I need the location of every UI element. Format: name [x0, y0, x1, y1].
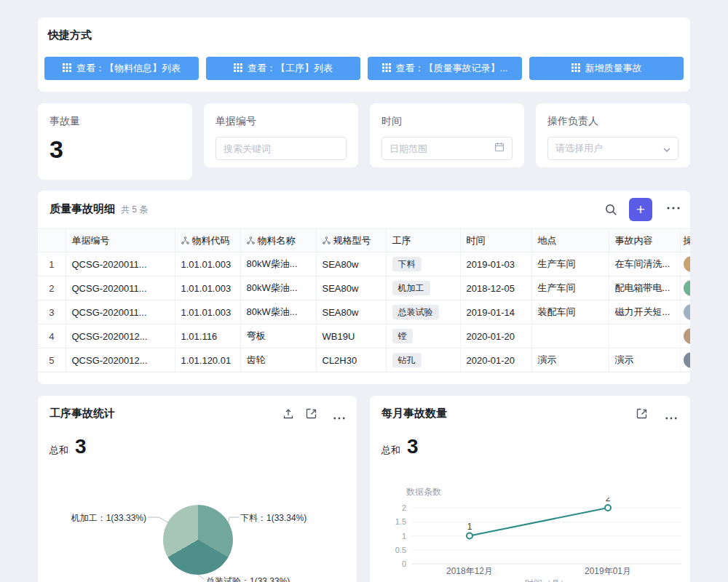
quality-accident-table: 单据编号 物料代码 物料名称 规格型号 工序 时间 地点 事故内容 操作 1 Q… — [38, 228, 690, 372]
table-row[interactable]: 2 QCSG-2020011... 1.01.01.003 80kW柴油... … — [38, 276, 690, 300]
cell-place: 装配车间 — [531, 300, 609, 324]
cell-process: 机加工 — [386, 276, 460, 300]
cell-place — [531, 324, 609, 348]
date-range-field[interactable] — [389, 143, 490, 154]
view-material-info-list-button[interactable]: 查看：【物料信息】列表 — [44, 57, 199, 80]
table-title: 质量事故明细共 5 条 — [50, 202, 148, 216]
cell-doc: QCSG-2020011... — [66, 276, 175, 300]
cell-content: 磁力开关短... — [609, 300, 680, 324]
line-chart: 00.511.5212018年12月22019年01月时间（月） — [370, 498, 690, 582]
svg-text:时间（月）: 时间（月） — [525, 578, 569, 582]
cell-doc: QCSG-2020011... — [66, 300, 175, 324]
total-value: 3 — [75, 435, 87, 458]
cell-spec: CL2H30 — [316, 348, 386, 372]
more-options-icon[interactable] — [667, 206, 680, 210]
button-label: 查看：【质量事故记录】... — [396, 62, 508, 75]
quick-actions-row: 查看：【物料信息】列表 查看：【工序】列表 查看：【质量事故记录】... 新增质… — [44, 57, 684, 80]
view-process-list-button[interactable]: 查看：【工序】列表 — [206, 57, 360, 80]
cell-owner — [680, 276, 690, 300]
column-header-owner: 操作 — [680, 229, 690, 252]
table-scroll-area[interactable]: 单据编号 物料代码 物料名称 规格型号 工序 时间 地点 事故内容 操作 1 Q… — [38, 228, 690, 384]
avatar — [684, 328, 691, 344]
process-tag: 总装试验 — [392, 305, 439, 319]
svg-text:2: 2 — [402, 503, 406, 512]
quick-actions-card: 快捷方式 查看：【物料信息】列表 查看：【工序】列表 查看：【质量事故记录】..… — [38, 17, 690, 92]
total-value: 3 — [407, 435, 419, 458]
column-header-spec: 规格型号 — [316, 229, 386, 252]
cell-index: 1 — [38, 252, 66, 276]
cell-process: 总装试验 — [386, 300, 460, 324]
table-row[interactable]: 1 QCSG-2020011... 1.01.01.003 80kW柴油... … — [38, 252, 690, 276]
column-header-place: 地点 — [531, 229, 609, 252]
open-in-new-icon[interactable] — [636, 408, 648, 420]
table-header-row: 单据编号 物料代码 物料名称 规格型号 工序 时间 地点 事故内容 操作 — [38, 229, 690, 252]
pie-total: 总和 3 — [50, 435, 87, 458]
relation-icon — [247, 236, 255, 247]
process-tag: 镗 — [392, 329, 413, 343]
cell-doc: QCSG-2020011... — [66, 252, 175, 276]
cell-name: 80kW柴油... — [240, 300, 316, 324]
add-record-button[interactable]: + — [629, 198, 652, 221]
cell-content: 在车间清洗... — [609, 252, 680, 276]
cell-code: 1.01.116 — [175, 324, 240, 348]
y-axis-label: 数据条数 — [406, 486, 441, 498]
quick-actions-title: 快捷方式 — [38, 17, 690, 42]
quality-accident-table-card: 质量事故明细共 5 条 + 单据编号 物料代码 物料名称 规格型号 工序 时间 — [38, 191, 690, 384]
pie-slice-label-left: 机加工：1(33.33%) — [71, 512, 146, 525]
avatar — [684, 280, 691, 296]
table-row[interactable]: 5 QCSG-2020012... 1.01.120.01 齿轮 CL2H30 … — [38, 348, 690, 372]
total-label: 总和 — [50, 444, 68, 457]
cell-owner — [680, 324, 690, 348]
cell-spec: WB19U — [316, 324, 386, 348]
svg-text:0.5: 0.5 — [395, 546, 406, 554]
svg-text:2019年01月: 2019年01月 — [585, 566, 631, 576]
process-accident-stats-card: 工序事故统计 总和 3 机加工：1(33.33%) 下料：1(33.34%) 总… — [38, 396, 357, 582]
pie-slice-label-right: 下料：1(33.34%) — [240, 512, 306, 525]
svg-text:1.5: 1.5 — [395, 517, 406, 526]
record-count: 共 5 条 — [121, 204, 148, 215]
user-select[interactable]: 请选择用户 — [547, 137, 678, 160]
button-label: 查看：【工序】列表 — [248, 62, 333, 75]
grid-icon — [234, 63, 242, 74]
time-filter-card: 时间 — [370, 103, 524, 167]
cell-process: 下料 — [386, 252, 460, 276]
column-header-time: 时间 — [460, 229, 531, 252]
doc-number-search-input[interactable] — [215, 137, 347, 160]
cell-spec: SEA80w — [316, 252, 386, 276]
open-in-new-icon[interactable] — [306, 408, 317, 420]
cell-place: 生产车间 — [531, 276, 609, 300]
more-options-icon[interactable] — [333, 412, 345, 424]
grid-icon — [382, 63, 391, 74]
avatar — [684, 352, 691, 368]
search-keyword-field[interactable] — [223, 143, 339, 154]
search-icon[interactable] — [604, 203, 617, 216]
date-range-input[interactable] — [381, 137, 513, 160]
column-header-process: 工序 — [386, 229, 460, 252]
chevron-down-icon — [663, 142, 670, 155]
button-label: 查看：【物料信息】列表 — [76, 62, 181, 75]
avatar — [684, 304, 691, 320]
cell-code: 1.01.01.003 — [175, 252, 240, 276]
cell-time: 2019-01-03 — [460, 252, 531, 276]
table-row[interactable]: 3 QCSG-2020011... 1.01.01.003 80kW柴油... … — [38, 300, 690, 324]
svg-text:1: 1 — [402, 532, 406, 541]
accident-count-label: 事故量 — [50, 115, 181, 128]
pie-chart[interactable] — [163, 505, 233, 575]
column-header-code: 物料代码 — [175, 229, 240, 252]
monthly-accident-count-card: 每月事故数量 总和 3 数据条数 00.511.5212018年12月22019… — [370, 396, 690, 582]
cell-index: 5 — [38, 348, 66, 372]
line-chart-title: 每月事故数量 — [381, 407, 447, 420]
user-select-placeholder: 请选择用户 — [555, 142, 659, 155]
cell-content: 演示 — [609, 348, 680, 372]
process-tag: 下料 — [392, 257, 422, 271]
pie-chart-title: 工序事故统计 — [50, 407, 115, 420]
more-options-icon[interactable] — [665, 412, 677, 424]
table-row[interactable]: 4 QCSG-2020012... 1.01.116 弯板 WB19U 镗 20… — [38, 324, 690, 348]
export-icon[interactable] — [282, 408, 294, 420]
cell-index: 3 — [38, 300, 66, 324]
cell-code: 1.01.120.01 — [175, 348, 240, 372]
relation-icon — [181, 236, 189, 247]
table-header-bar: 质量事故明细共 5 条 + — [38, 191, 690, 228]
add-quality-accident-button[interactable]: 新增质量事故 — [529, 57, 684, 80]
view-quality-records-button[interactable]: 查看：【质量事故记录】... — [368, 57, 522, 80]
